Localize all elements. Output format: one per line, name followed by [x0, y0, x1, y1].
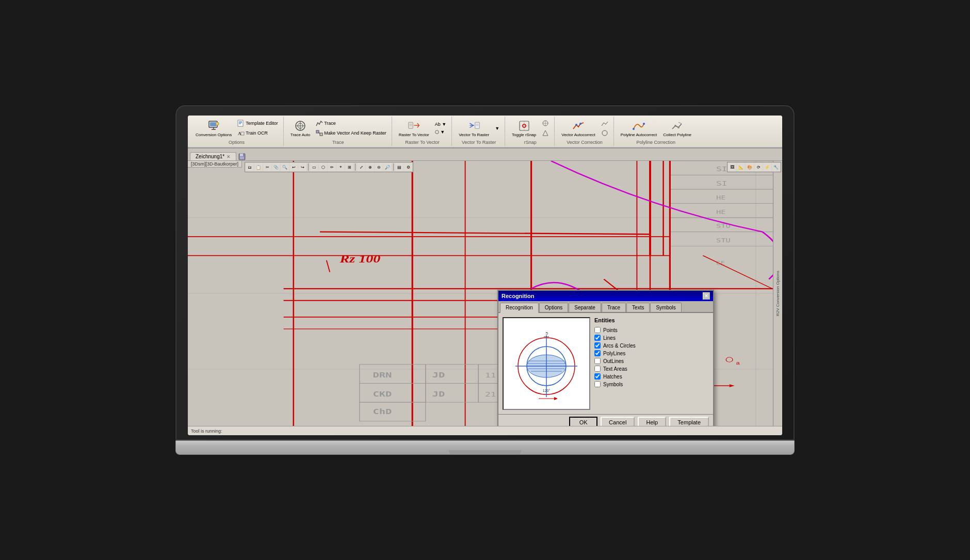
ct-btn9[interactable]: ⬡	[319, 163, 327, 171]
ct-btn12[interactable]: ⊞	[345, 163, 353, 171]
ribbon-group-rsnap: Toggle rSnap	[506, 117, 555, 146]
trace-auto-btn[interactable]: Trace Auto	[288, 118, 313, 139]
ct-sep1	[308, 163, 309, 171]
svg-text:HE: HE	[716, 194, 725, 201]
ct-btn3[interactable]: ✂	[263, 163, 271, 171]
ct-btn8[interactable]: ▭	[310, 163, 318, 171]
ribbon-buttons-pcorrect: Polyline Autocorrect	[618, 118, 694, 139]
ctr-btn2[interactable]: 📐	[737, 163, 745, 171]
rsnap-icon1[interactable]	[540, 119, 551, 128]
vector-autocorrect-btn[interactable]: Vector Autocorrect	[559, 118, 597, 139]
canvas-toolbar: 🗂 📋 ✂ 📎 🔍 ↩ ↪ ▭ ⬡ ✏	[245, 162, 413, 172]
help-button[interactable]: Help	[638, 417, 666, 426]
polylines-checkbox[interactable]	[594, 350, 601, 356]
checkbox-hatches[interactable]: Hatches	[594, 373, 709, 380]
svg-point-37	[575, 124, 577, 126]
checkbox-textareas[interactable]: Text Areas	[594, 366, 709, 372]
dialog-close-btn[interactable]: ✕	[703, 292, 710, 300]
collect-icon	[671, 119, 684, 133]
points-checkbox[interactable]	[594, 327, 601, 333]
doc-tab-zeichnung[interactable]: Zeichnung1* ✕	[190, 152, 236, 160]
checkbox-polylines[interactable]: PolyLines	[594, 350, 709, 356]
checkbox-arcs[interactable]: Arcs & Circles	[594, 342, 709, 349]
checkbox-points[interactable]: Points	[594, 327, 709, 333]
dialog-preview: 5 120°	[503, 317, 590, 410]
textareas-checkbox[interactable]	[594, 366, 601, 372]
tab-trace[interactable]: Trace	[602, 303, 626, 312]
r2v-icon2[interactable]: ⬡ ▼	[433, 128, 448, 136]
dialog-titlebar: Recognition ✕	[498, 291, 713, 301]
ctr-btn5[interactable]: ⚡	[763, 163, 771, 171]
hatches-checkbox[interactable]	[594, 373, 601, 380]
ct-btn6[interactable]: ↩	[289, 163, 298, 171]
laptop-base	[175, 440, 795, 455]
checkbox-symbols[interactable]: Symbols	[594, 381, 709, 387]
polyline-autocorrect-btn[interactable]: Polyline Autocorrect	[618, 118, 660, 139]
ribbon-small-group-trace: Trace	[314, 119, 389, 138]
tab-recognition[interactable]: Recognition	[500, 303, 539, 313]
tab-symbols[interactable]: Symbols	[650, 303, 681, 312]
outlines-checkbox[interactable]	[594, 358, 601, 364]
svg-rect-3	[210, 122, 216, 126]
lines-checkbox[interactable]	[594, 335, 601, 341]
ribbon-buttons-vcorrect: Vector Autocorrect	[559, 118, 610, 139]
tab-options[interactable]: Options	[539, 303, 568, 312]
checkbox-lines[interactable]: Lines	[594, 335, 709, 341]
doc-area: Zeichnung1* ✕	[188, 149, 782, 435]
close-icon[interactable]: ✕	[227, 154, 231, 159]
svg-text:SI: SI	[716, 166, 728, 173]
ct-btn16[interactable]: 🔎	[383, 163, 392, 171]
ct-btn17[interactable]: ▤	[395, 163, 403, 171]
vcorrect-extra	[599, 119, 610, 138]
raster-to-vector-btn[interactable]: Raster To Vector	[396, 118, 432, 139]
conversion-options-btn[interactable]: Conversion Options	[193, 118, 234, 139]
vcorrect-icon1[interactable]	[599, 119, 610, 128]
make-vector-btn[interactable]: Make Vector And Keep Raster	[314, 128, 389, 138]
toggle-rsnap-btn[interactable]: Toggle rSnap	[509, 118, 539, 139]
symbols-checkbox[interactable]	[594, 381, 601, 387]
vcorrect-icon2[interactable]	[599, 128, 610, 138]
r2v-icon1[interactable]: Ab ▼	[433, 121, 448, 128]
ct-btn10[interactable]: ✏	[328, 163, 336, 171]
trace-btn[interactable]: Trace	[314, 119, 389, 128]
v2r-icon	[467, 119, 481, 133]
ct-btn7[interactable]: ↪	[298, 163, 306, 171]
checkbox-outlines[interactable]: OutLines	[594, 358, 709, 364]
canvas-area[interactable]: [3Dsm][3D-Bautkorper] 🗂 📋 ✂ 📎 🔍 ↩ ↪	[188, 161, 782, 426]
ct-btn2[interactable]: 📋	[254, 163, 263, 171]
ct-btn14[interactable]: ⊕	[366, 163, 374, 171]
entities-label: Entities	[594, 317, 709, 323]
ctr-btn3[interactable]: 🎨	[746, 163, 754, 171]
arcs-checkbox[interactable]	[594, 342, 601, 349]
ctr-btn1[interactable]: 🖼	[728, 163, 736, 171]
ct-btn1[interactable]: 🗂	[246, 163, 254, 171]
collect-polyline-btn[interactable]: Collect Polyline	[660, 118, 694, 139]
tab-separate[interactable]: Separate	[569, 303, 601, 312]
ct-btn18[interactable]: ⚙	[404, 163, 412, 171]
svg-rect-16	[320, 133, 322, 136]
vector-to-raster-btn[interactable]: Vector To Raster	[456, 118, 492, 139]
cancel-button[interactable]: Cancel	[601, 417, 635, 426]
ok-button[interactable]: OK	[569, 417, 597, 426]
tab-texts[interactable]: Texts	[626, 303, 650, 312]
ctr-btn6[interactable]: 🔧	[772, 163, 780, 171]
ct-btn11[interactable]: ⌖	[336, 163, 345, 171]
collect-label: Collect Polyline	[663, 133, 691, 137]
ct-btn5[interactable]: 🔍	[281, 163, 289, 171]
vector-icon	[316, 129, 323, 137]
textareas-label: Text Areas	[603, 366, 627, 372]
svg-text:CKD: CKD	[373, 389, 392, 398]
ct-btn13[interactable]: ⤢	[357, 163, 365, 171]
train-ocr-btn[interactable]: A Train OCR	[235, 128, 280, 138]
tab-trace-label: Trace	[607, 305, 620, 310]
r2v-sidebar: R2V Conversion Options	[773, 161, 782, 426]
svg-point-38	[579, 123, 581, 125]
template-editor-btn[interactable]: Template Editor	[235, 119, 280, 128]
save-icon[interactable]	[238, 153, 246, 160]
template-button[interactable]: Template	[669, 417, 709, 426]
v2r-icon1[interactable]: ▼	[493, 125, 502, 132]
rsnap-icon2[interactable]	[540, 128, 551, 138]
ct-btn4[interactable]: 📎	[272, 163, 280, 171]
ctr-btn4[interactable]: ⟳	[754, 163, 763, 171]
ct-btn15[interactable]: ⊖	[375, 163, 383, 171]
